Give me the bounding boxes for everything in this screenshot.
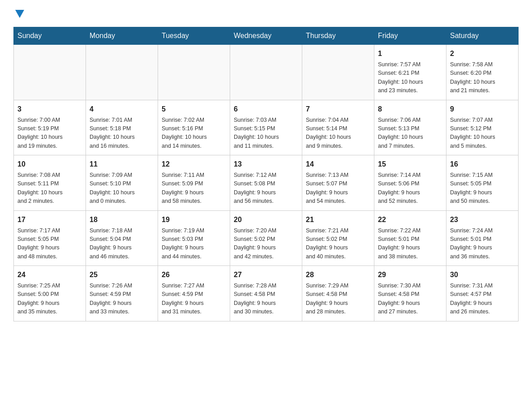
calendar-cell xyxy=(14,45,86,100)
day-number: 20 xyxy=(234,214,298,225)
day-info: Sunrise: 7:07 AM Sunset: 5:12 PM Dayligh… xyxy=(450,116,515,151)
weekday-header-sunday: Sunday xyxy=(14,27,86,45)
day-info: Sunrise: 7:19 AM Sunset: 5:03 PM Dayligh… xyxy=(162,227,226,261)
calendar-cell: 26Sunrise: 7:27 AM Sunset: 4:59 PM Dayli… xyxy=(158,266,230,321)
calendar-cell xyxy=(302,45,374,100)
logo-triangle-icon xyxy=(15,10,24,19)
day-number: 11 xyxy=(90,159,154,170)
day-number: 4 xyxy=(90,104,154,115)
svg-marker-0 xyxy=(15,10,24,18)
day-number: 9 xyxy=(450,104,515,115)
calendar-cell: 25Sunrise: 7:26 AM Sunset: 4:59 PM Dayli… xyxy=(86,266,158,321)
day-number: 18 xyxy=(90,214,154,225)
day-info: Sunrise: 7:13 AM Sunset: 5:07 PM Dayligh… xyxy=(306,171,370,206)
calendar-cell: 9Sunrise: 7:07 AM Sunset: 5:12 PM Daylig… xyxy=(446,100,519,155)
day-number: 6 xyxy=(234,104,298,115)
day-info: Sunrise: 7:14 AM Sunset: 5:06 PM Dayligh… xyxy=(378,171,442,206)
day-number: 29 xyxy=(378,270,442,280)
day-number: 2 xyxy=(450,48,515,59)
page-header xyxy=(13,9,519,19)
day-number: 28 xyxy=(306,270,370,280)
day-number: 16 xyxy=(450,159,515,170)
weekday-header-friday: Friday xyxy=(374,27,446,45)
calendar-cell: 19Sunrise: 7:19 AM Sunset: 5:03 PM Dayli… xyxy=(158,210,230,266)
day-info: Sunrise: 7:15 AM Sunset: 5:05 PM Dayligh… xyxy=(450,171,515,206)
day-number: 14 xyxy=(306,159,370,170)
weekday-header-thursday: Thursday xyxy=(302,27,374,45)
day-info: Sunrise: 7:28 AM Sunset: 4:58 PM Dayligh… xyxy=(234,282,298,317)
day-info: Sunrise: 7:31 AM Sunset: 4:57 PM Dayligh… xyxy=(450,282,515,317)
day-number: 27 xyxy=(234,270,298,280)
day-info: Sunrise: 7:11 AM Sunset: 5:09 PM Dayligh… xyxy=(162,171,226,206)
calendar-week-1: 1Sunrise: 7:57 AM Sunset: 6:21 PM Daylig… xyxy=(14,45,519,100)
calendar-cell: 6Sunrise: 7:03 AM Sunset: 5:15 PM Daylig… xyxy=(230,100,302,155)
calendar-table: SundayMondayTuesdayWednesdayThursdayFrid… xyxy=(13,27,519,321)
day-number: 5 xyxy=(162,104,226,115)
day-info: Sunrise: 7:02 AM Sunset: 5:16 PM Dayligh… xyxy=(162,116,226,151)
day-info: Sunrise: 7:29 AM Sunset: 4:58 PM Dayligh… xyxy=(306,282,370,317)
calendar-cell: 21Sunrise: 7:21 AM Sunset: 5:02 PM Dayli… xyxy=(302,210,374,266)
day-info: Sunrise: 7:01 AM Sunset: 5:18 PM Dayligh… xyxy=(90,116,154,151)
day-number: 30 xyxy=(450,270,515,280)
weekday-header-tuesday: Tuesday xyxy=(158,27,230,45)
weekday-header-wednesday: Wednesday xyxy=(230,27,302,45)
day-number: 10 xyxy=(17,159,82,170)
calendar-cell: 28Sunrise: 7:29 AM Sunset: 4:58 PM Dayli… xyxy=(302,266,374,321)
calendar-cell: 1Sunrise: 7:57 AM Sunset: 6:21 PM Daylig… xyxy=(374,45,446,100)
calendar-cell: 10Sunrise: 7:08 AM Sunset: 5:11 PM Dayli… xyxy=(14,155,86,211)
day-number: 3 xyxy=(17,104,82,115)
calendar-cell: 30Sunrise: 7:31 AM Sunset: 4:57 PM Dayli… xyxy=(446,266,519,321)
calendar-cell: 18Sunrise: 7:18 AM Sunset: 5:04 PM Dayli… xyxy=(86,210,158,266)
day-number: 23 xyxy=(450,214,515,225)
calendar-cell: 13Sunrise: 7:12 AM Sunset: 5:08 PM Dayli… xyxy=(230,155,302,211)
weekday-header-monday: Monday xyxy=(86,27,158,45)
day-info: Sunrise: 7:12 AM Sunset: 5:08 PM Dayligh… xyxy=(234,171,298,206)
day-number: 22 xyxy=(378,214,442,225)
day-info: Sunrise: 7:27 AM Sunset: 4:59 PM Dayligh… xyxy=(162,282,226,317)
day-info: Sunrise: 7:00 AM Sunset: 5:19 PM Dayligh… xyxy=(17,116,82,151)
calendar-cell xyxy=(230,45,302,100)
calendar-cell: 16Sunrise: 7:15 AM Sunset: 5:05 PM Dayli… xyxy=(446,155,519,211)
calendar-cell xyxy=(86,45,158,100)
calendar-header-row: SundayMondayTuesdayWednesdayThursdayFrid… xyxy=(14,27,519,45)
calendar-cell: 20Sunrise: 7:20 AM Sunset: 5:02 PM Dayli… xyxy=(230,210,302,266)
day-info: Sunrise: 7:22 AM Sunset: 5:01 PM Dayligh… xyxy=(378,227,442,261)
calendar-cell: 4Sunrise: 7:01 AM Sunset: 5:18 PM Daylig… xyxy=(86,100,158,155)
calendar-cell xyxy=(158,45,230,100)
calendar-cell: 3Sunrise: 7:00 AM Sunset: 5:19 PM Daylig… xyxy=(14,100,86,155)
calendar-cell: 2Sunrise: 7:58 AM Sunset: 6:20 PM Daylig… xyxy=(446,45,519,100)
day-number: 7 xyxy=(306,104,370,115)
day-number: 13 xyxy=(234,159,298,170)
day-number: 1 xyxy=(378,48,442,59)
calendar-cell: 27Sunrise: 7:28 AM Sunset: 4:58 PM Dayli… xyxy=(230,266,302,321)
day-info: Sunrise: 7:03 AM Sunset: 5:15 PM Dayligh… xyxy=(234,116,298,151)
calendar-cell: 8Sunrise: 7:06 AM Sunset: 5:13 PM Daylig… xyxy=(374,100,446,155)
day-info: Sunrise: 7:20 AM Sunset: 5:02 PM Dayligh… xyxy=(234,227,298,261)
day-info: Sunrise: 7:04 AM Sunset: 5:14 PM Dayligh… xyxy=(306,116,370,151)
day-info: Sunrise: 7:18 AM Sunset: 5:04 PM Dayligh… xyxy=(90,227,154,261)
day-info: Sunrise: 7:25 AM Sunset: 5:00 PM Dayligh… xyxy=(17,282,82,317)
day-number: 17 xyxy=(17,214,82,225)
calendar-cell: 17Sunrise: 7:17 AM Sunset: 5:05 PM Dayli… xyxy=(14,210,86,266)
day-number: 21 xyxy=(306,214,370,225)
calendar-cell: 12Sunrise: 7:11 AM Sunset: 5:09 PM Dayli… xyxy=(158,155,230,211)
calendar-cell: 5Sunrise: 7:02 AM Sunset: 5:16 PM Daylig… xyxy=(158,100,230,155)
calendar-week-4: 17Sunrise: 7:17 AM Sunset: 5:05 PM Dayli… xyxy=(14,210,519,266)
day-info: Sunrise: 7:21 AM Sunset: 5:02 PM Dayligh… xyxy=(306,227,370,261)
day-info: Sunrise: 7:09 AM Sunset: 5:10 PM Dayligh… xyxy=(90,171,154,206)
day-info: Sunrise: 7:57 AM Sunset: 6:21 PM Dayligh… xyxy=(378,60,442,95)
weekday-header-saturday: Saturday xyxy=(446,27,519,45)
day-number: 25 xyxy=(90,270,154,280)
day-number: 26 xyxy=(162,270,226,280)
calendar-cell: 11Sunrise: 7:09 AM Sunset: 5:10 PM Dayli… xyxy=(86,155,158,211)
calendar-cell: 29Sunrise: 7:30 AM Sunset: 4:58 PM Dayli… xyxy=(374,266,446,321)
day-number: 24 xyxy=(17,270,82,280)
calendar-cell: 24Sunrise: 7:25 AM Sunset: 5:00 PM Dayli… xyxy=(14,266,86,321)
day-info: Sunrise: 7:58 AM Sunset: 6:20 PM Dayligh… xyxy=(450,60,515,95)
day-info: Sunrise: 7:06 AM Sunset: 5:13 PM Dayligh… xyxy=(378,116,442,151)
day-info: Sunrise: 7:30 AM Sunset: 4:58 PM Dayligh… xyxy=(378,282,442,317)
day-number: 19 xyxy=(162,214,226,225)
calendar-cell: 14Sunrise: 7:13 AM Sunset: 5:07 PM Dayli… xyxy=(302,155,374,211)
day-number: 12 xyxy=(162,159,226,170)
calendar-cell: 15Sunrise: 7:14 AM Sunset: 5:06 PM Dayli… xyxy=(374,155,446,211)
